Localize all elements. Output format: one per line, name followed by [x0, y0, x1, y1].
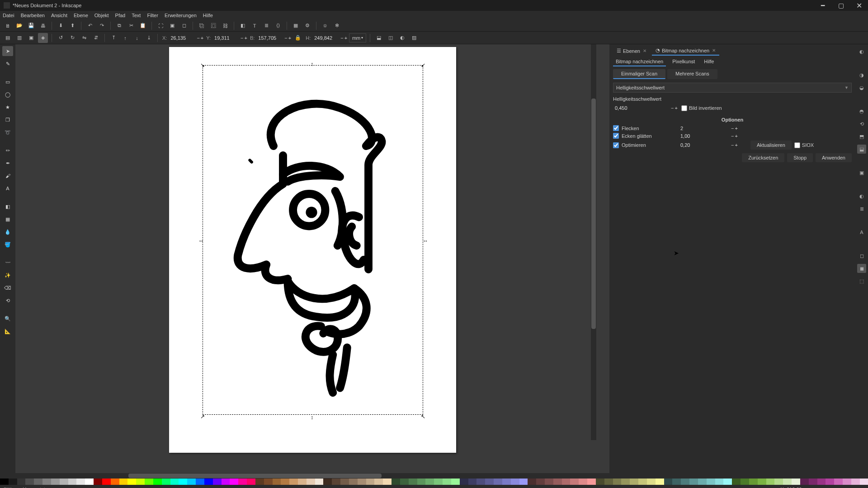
swatch[interactable]	[366, 479, 375, 485]
invert-checkbox[interactable]: Bild invertieren	[681, 105, 722, 111]
swatch[interactable]	[340, 479, 349, 485]
swatch[interactable]	[76, 479, 85, 485]
opt-optimize-input[interactable]	[679, 142, 728, 148]
swatch[interactable]	[94, 479, 102, 485]
swatch[interactable]	[119, 479, 128, 485]
swatch[interactable]	[196, 479, 204, 485]
swatch[interactable]	[715, 479, 724, 485]
update-button[interactable]: Aktualisieren	[750, 141, 792, 150]
menu-text[interactable]: Text	[132, 13, 141, 18]
handle-br[interactable]: ↖	[421, 413, 425, 418]
swatch[interactable]	[656, 479, 664, 485]
paste-icon[interactable]: 📋	[138, 21, 148, 31]
ellipse-tool[interactable]: ◯	[2, 89, 13, 99]
swatch[interactable]	[570, 479, 579, 485]
close-button[interactable]: ✕	[850, 0, 868, 11]
opt-speckles-check[interactable]	[613, 125, 619, 131]
menu-object[interactable]: Objekt	[94, 13, 109, 18]
h-spinner[interactable]: −+	[340, 35, 347, 41]
dock-icon-8[interactable]: ▣	[857, 168, 866, 177]
h-scrollbar[interactable]	[15, 473, 609, 479]
copy-icon[interactable]: ⧉	[114, 21, 124, 31]
siox-checkbox[interactable]: SIOX	[794, 142, 814, 148]
dock-icon-12[interactable]: ◻	[857, 251, 866, 260]
swatch[interactable]	[323, 479, 332, 485]
zoom-draw-icon[interactable]: ▣	[167, 21, 177, 31]
swatch[interactable]	[672, 479, 681, 485]
swatch[interactable]	[443, 479, 451, 485]
swatch[interactable]	[451, 479, 460, 485]
sel-touch-icon[interactable]: ◈	[38, 33, 48, 43]
doc-props-icon[interactable]: ⚙	[302, 21, 312, 31]
swatch[interactable]	[851, 479, 860, 485]
swatch[interactable]	[273, 479, 281, 485]
zoom-tool[interactable]: 🔍	[2, 314, 13, 324]
swatch[interactable]	[604, 479, 613, 485]
swatch[interactable]	[519, 479, 528, 485]
dock-icon-13[interactable]: ◼	[857, 264, 866, 273]
swatch[interactable]	[417, 479, 426, 485]
star-tool[interactable]: ★	[2, 102, 13, 112]
swatch[interactable]	[494, 479, 502, 485]
swatch[interactable]	[579, 479, 587, 485]
swatch[interactable]	[281, 479, 289, 485]
lower-icon[interactable]: ↓	[132, 33, 142, 43]
swatch[interactable]	[723, 479, 732, 485]
swatch[interactable]	[689, 479, 698, 485]
swatch[interactable]	[681, 479, 689, 485]
swatch[interactable]	[460, 479, 468, 485]
layers-icon[interactable]: ≣	[261, 21, 271, 31]
swatch[interactable]	[758, 479, 766, 485]
zoom-sel-icon[interactable]: ⛶	[156, 21, 165, 31]
menu-extensions[interactable]: Erweiterungen	[165, 13, 197, 18]
swatch[interactable]	[766, 479, 775, 485]
subtab-trace[interactable]: Bitmap nachzeichnen	[613, 57, 666, 66]
swatch[interactable]	[298, 479, 307, 485]
menu-view[interactable]: Ansicht	[51, 13, 67, 18]
canvas[interactable]: ↘ ↙ ↗ ↖ ↕ ↕ ↔ ↔	[15, 44, 609, 473]
swatch[interactable]	[792, 479, 800, 485]
swatch[interactable]	[332, 479, 340, 485]
swatch[interactable]	[374, 479, 383, 485]
swatch[interactable]	[774, 479, 783, 485]
close-tab-layers-icon[interactable]: ✕	[643, 48, 646, 53]
export-icon[interactable]: ⬆	[67, 21, 77, 31]
desel-icon[interactable]: ▣	[26, 33, 36, 43]
flip-h-icon[interactable]: ⇋	[79, 33, 89, 43]
selection-bbox[interactable]: ↘ ↙ ↗ ↖ ↕ ↕ ↔ ↔	[203, 65, 423, 415]
swatch[interactable]	[68, 479, 77, 485]
stop-button[interactable]: Stopp	[787, 153, 813, 162]
dock-icon-3[interactable]: ◒	[857, 83, 866, 92]
threshold-input[interactable]	[613, 103, 667, 113]
mode-multi-scan[interactable]: Mehrere Scans	[667, 69, 717, 79]
x-spinner[interactable]: −+	[197, 35, 203, 41]
dropper-tool[interactable]: 💧	[2, 227, 13, 237]
dock-icon-6[interactable]: ⬒	[857, 132, 866, 141]
unlink-icon[interactable]: ⛓	[220, 21, 230, 31]
dock-icon-4[interactable]: ◓	[857, 107, 866, 116]
handle-bl[interactable]: ↗	[200, 413, 205, 418]
handle-tl[interactable]: ↘	[200, 62, 205, 66]
3dbox-tool[interactable]: ❒	[2, 115, 13, 125]
minimize-button[interactable]: ━	[814, 0, 832, 11]
menu-file[interactable]: Datei	[3, 13, 14, 18]
swatch[interactable]	[255, 479, 264, 485]
measure-tool[interactable]: 📐	[2, 326, 13, 336]
opt-speckles-input[interactable]	[679, 126, 728, 131]
swatch[interactable]	[860, 479, 868, 485]
spiral-tool[interactable]: ➰	[2, 127, 13, 137]
rect-tool[interactable]: ▭	[2, 77, 13, 87]
opt-speckles-spinner[interactable]: −+	[731, 126, 738, 131]
swatch[interactable]	[238, 479, 247, 485]
swatch[interactable]	[162, 479, 170, 485]
subtab-pixelart[interactable]: Pixelkunst	[670, 57, 698, 66]
fill-stroke-icon[interactable]: ◧	[238, 21, 248, 31]
rotate-ccw-icon[interactable]: ↺	[56, 33, 66, 43]
clone-icon[interactable]: ⿴	[208, 21, 218, 31]
close-tab-trace-icon[interactable]: ✕	[712, 48, 716, 53]
swatch[interactable]	[170, 479, 179, 485]
swatch[interactable]	[809, 479, 817, 485]
handle-bm[interactable]: ↕	[311, 414, 315, 419]
swatch[interactable]	[817, 479, 826, 485]
move-patterns-icon[interactable]: ▨	[409, 33, 419, 43]
